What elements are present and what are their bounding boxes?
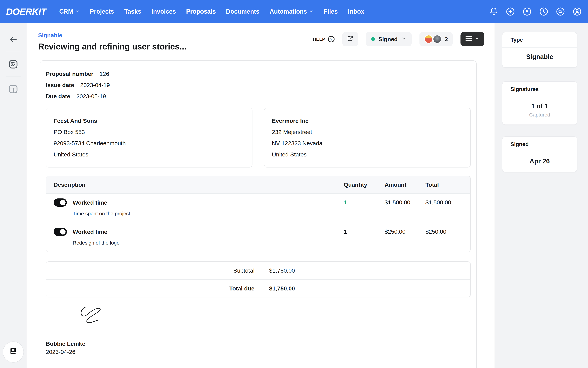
sender-name: Feest And Sons (54, 115, 245, 126)
nav-item-projects[interactable]: Projects (90, 8, 114, 15)
proposal-document: Proposal number 126 Issue date 2023-04-1… (40, 60, 477, 368)
sidebar-divider (6, 52, 21, 52)
knowledge-base-button[interactable] (3, 341, 24, 363)
recipient-name: Evermore Inc (272, 115, 463, 126)
signed-card-title: Signed (502, 137, 577, 152)
app-logo[interactable]: DOERKIT (6, 6, 46, 17)
open-external-button[interactable] (342, 32, 358, 46)
type-card-title: Type (502, 32, 577, 48)
issue-date-value: 2023-04-19 (80, 79, 110, 91)
sender-address-card: Feest And Sons PO Box 553 92093-5734 Cha… (46, 108, 252, 167)
col-description: Description (54, 182, 344, 188)
proposal-number-value: 126 (100, 68, 109, 79)
add-new-icon[interactable] (506, 7, 515, 16)
item-amount: $250.00 (385, 228, 426, 235)
left-sidebar (0, 23, 27, 368)
app-root: DOERKIT CRM Projects Tasks Invoices Prop… (0, 0, 588, 368)
col-amount: Amount (385, 182, 426, 188)
document-actions: HELP ? Signed 2 (313, 32, 484, 46)
signature-date: 2023-04-26 (46, 348, 471, 356)
avatar (424, 35, 433, 44)
item-quantity: 1 (344, 198, 385, 206)
chevron-down-icon (401, 36, 406, 42)
totals-box: Subtotal $1,750.00 Total due $1,750.00 (46, 261, 471, 297)
signature-block: Bobbie Lemke 2023-04-26 (46, 306, 471, 356)
right-rail: Type Signable Signatures 1 of 1 Captured… (494, 23, 588, 368)
participants-count: 2 (445, 36, 448, 43)
item-subtitle: Time spent on the project (73, 211, 344, 216)
chevron-down-icon (75, 8, 80, 15)
help-button[interactable]: HELP ? (313, 36, 334, 42)
main-content: Signable Reviewing and refining user sto… (27, 23, 494, 368)
type-card: Type Signable (502, 32, 577, 68)
item-total: $1,500.00 (426, 198, 463, 206)
item-toggle[interactable] (54, 228, 67, 236)
chevron-down-icon (475, 36, 479, 42)
recipient-address-card: Evermore Inc 232 Mejerstreet NV 122323 N… (264, 108, 471, 167)
nav-item-proposals[interactable]: Proposals (186, 8, 216, 15)
subtotal-value: $1,750.00 (269, 267, 295, 274)
document-menu-button[interactable] (461, 32, 484, 46)
total-due-value: $1,750.00 (269, 285, 295, 292)
proposal-report-icon[interactable] (0, 55, 27, 74)
item-amount: $1,500.00 (385, 198, 426, 206)
item-title: Worked time (73, 229, 107, 235)
menu-icon (465, 36, 472, 43)
issue-date-row: Issue date 2023-04-19 (46, 79, 471, 91)
table-header-row: Description Quantity Amount Total (46, 176, 470, 194)
nav-item-files[interactable]: Files (324, 8, 338, 15)
main-nav: CRM Projects Tasks Invoices Proposals Do… (59, 8, 364, 15)
question-mark-icon: ? (328, 36, 334, 42)
total-due-row: Total due $1,750.00 (46, 279, 470, 297)
search-icon[interactable] (556, 7, 565, 16)
type-value: Signable (506, 53, 573, 61)
subtotal-row: Subtotal $1,750.00 (46, 262, 470, 279)
signed-card: Signed Apr 26 (502, 136, 577, 172)
chevron-down-icon (309, 8, 313, 15)
layout-panels-icon[interactable] (0, 80, 27, 99)
status-dot-icon (371, 37, 375, 41)
item-toggle[interactable] (54, 198, 67, 207)
item-subtitle: Redesign of the logo (73, 240, 344, 246)
nav-item-documents[interactable]: Documents (226, 8, 259, 15)
signature-scribble (78, 306, 105, 325)
status-label: Signed (379, 36, 398, 43)
sidebar-divider (6, 76, 21, 77)
book-icon (9, 347, 18, 357)
due-date-row: Due date 2023-05-19 (46, 91, 471, 102)
table-row: Worked time Time spent on the project 1 … (46, 194, 470, 223)
avatar (433, 35, 442, 44)
status-dropdown[interactable]: Signed (366, 32, 412, 46)
time-tracking-clock-icon[interactable] (539, 7, 549, 16)
item-total: $250.00 (426, 228, 463, 235)
external-link-icon (347, 35, 354, 43)
top-navbar: DOERKIT CRM Projects Tasks Invoices Prop… (0, 0, 588, 23)
signatures-card: Signatures 1 of 1 Captured (502, 81, 577, 125)
account-icon[interactable] (572, 7, 582, 16)
participants-button[interactable]: 2 (419, 32, 453, 46)
keyhole-icon[interactable] (522, 7, 532, 16)
nav-item-invoices[interactable]: Invoices (151, 8, 176, 15)
address-cards: Feest And Sons PO Box 553 92093-5734 Cha… (46, 108, 471, 167)
item-title: Worked time (73, 199, 107, 206)
notifications-bell-icon[interactable] (489, 7, 498, 16)
nav-item-crm[interactable]: CRM (59, 8, 80, 15)
signatures-card-title: Signatures (502, 82, 577, 97)
navbar-actions (489, 7, 583, 16)
col-total: Total (426, 182, 463, 188)
signatures-count: 1 of 1 (506, 102, 573, 110)
help-label: HELP (313, 37, 325, 42)
nav-item-automations[interactable]: Automations (270, 8, 313, 15)
signatures-caption: Captured (506, 112, 573, 118)
signer-name: Bobbie Lemke (46, 340, 471, 348)
nav-item-inbox[interactable]: Inbox (348, 8, 364, 15)
due-date-value: 2023-05-19 (76, 91, 106, 102)
back-arrow-icon[interactable] (0, 30, 27, 49)
signed-date: Apr 26 (506, 158, 573, 165)
line-items-table: Description Quantity Amount Total Worked… (46, 176, 471, 252)
nav-item-tasks[interactable]: Tasks (124, 8, 141, 15)
table-row: Worked time Redesign of the logo 1 $250.… (46, 223, 470, 252)
proposal-number-row: Proposal number 126 (46, 68, 471, 79)
item-quantity: 1 (344, 228, 385, 235)
col-quantity: Quantity (344, 182, 385, 188)
